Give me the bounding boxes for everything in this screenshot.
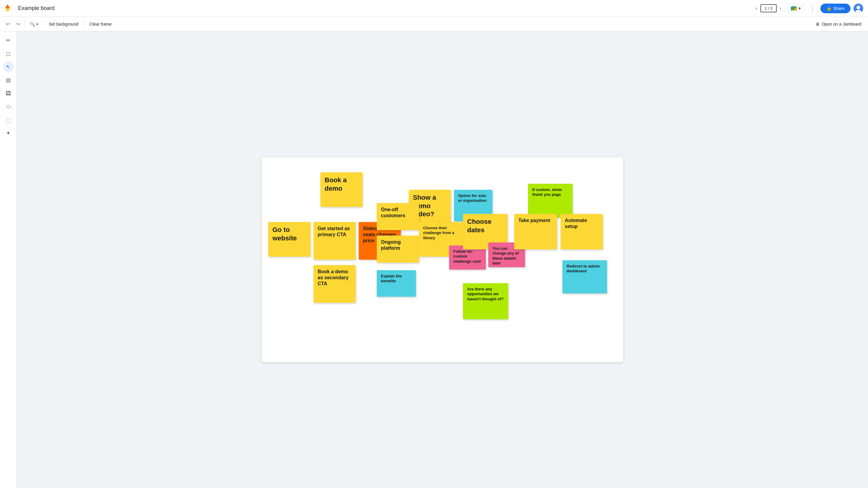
note-take-payment[interactable]: Take payment: [514, 214, 557, 250]
canvas-area[interactable]: Book a demo Show a demo video? Option fo…: [17, 31, 868, 488]
meet-button[interactable]: ▾: [787, 4, 805, 13]
more-options-button[interactable]: ⋮: [808, 3, 817, 14]
board-title: Example board: [18, 5, 750, 11]
image-tool-button[interactable]: 🖼: [3, 88, 14, 99]
note-book-demo-secondary[interactable]: Book a demo as secondary CTA: [313, 265, 355, 303]
monitor-icon: 🖥: [815, 22, 820, 27]
select-tool-button[interactable]: ↖: [3, 61, 14, 72]
lock-icon: 🔒: [827, 6, 832, 11]
page-indicator[interactable]: 1 / 3: [761, 4, 776, 12]
toolbar-divider-3: [84, 21, 84, 28]
note-one-off[interactable]: One-off customers: [377, 203, 419, 230]
zoom-arrow: ▾: [36, 22, 38, 27]
sticky-note-tool-button[interactable]: ▤: [3, 75, 14, 86]
toolbar-divider-2: [43, 21, 43, 28]
main-area: ✏ ◻ ↖ ▤ 🖼 ⬭ ⬚ ✦ Book a demo Show a demo …: [0, 31, 868, 488]
note-go-to-website[interactable]: Go to website: [268, 222, 310, 257]
note-ongoing-platform[interactable]: Ongoing platform: [377, 235, 419, 263]
note-if-custom[interactable]: If custom, show thank you page: [528, 184, 572, 218]
prev-page-button[interactable]: ‹: [754, 3, 759, 13]
pen-tool-button[interactable]: ✏: [3, 35, 14, 46]
open-jamboard-button[interactable]: 🖥 Open on a Jamboard: [812, 20, 864, 28]
avatar: [854, 4, 863, 13]
laser-tool-button[interactable]: ✦: [3, 128, 14, 138]
secondary-toolbar: ↩ ↪ 🔍 ▾ Set background Clear frame 🖥 Ope…: [0, 17, 868, 31]
toolbar-divider-1: [25, 21, 25, 28]
top-bar: Example board ‹ 1 / 3 › ▾ ⋮ 🔒 Share: [0, 0, 868, 17]
svg-rect-1: [6, 8, 9, 11]
side-toolbar: ✏ ◻ ↖ ▤ 🖼 ⬭ ⬚ ✦: [0, 31, 17, 488]
note-redirect-admin[interactable]: Redirect to admin dashboard: [562, 260, 607, 293]
note-opportunities[interactable]: Are there any opportunities we haven't t…: [463, 283, 508, 319]
redo-button[interactable]: ↪: [13, 19, 22, 29]
clear-frame-button[interactable]: Clear frame: [87, 20, 115, 28]
zoom-icon: 🔍: [30, 22, 35, 27]
app-logo: [5, 3, 14, 14]
svg-point-4: [857, 6, 860, 9]
next-page-button[interactable]: ›: [778, 3, 783, 13]
open-jamboard-label: Open on a Jamboard: [822, 22, 861, 27]
share-button[interactable]: 🔒 Share: [820, 4, 850, 13]
note-get-started[interactable]: Get started as primary CTA: [313, 222, 355, 260]
nav-controls: ‹ 1 / 3 ›: [754, 3, 783, 13]
meet-label: ▾: [799, 6, 801, 10]
undo-button[interactable]: ↩: [4, 19, 12, 29]
note-automate-setup[interactable]: Automate setup: [561, 214, 603, 250]
frame-tool-button[interactable]: ⬚: [3, 115, 14, 125]
set-background-button[interactable]: Set background: [46, 20, 82, 28]
note-book-demo[interactable]: Book a demo: [320, 172, 363, 207]
note-explain-benefits[interactable]: Explain the benefits: [377, 270, 416, 297]
top-right: ▾ ⋮ 🔒 Share: [787, 3, 863, 14]
share-label: Share: [833, 6, 844, 11]
eraser-tool-button[interactable]: ◻: [3, 48, 14, 59]
canvas-board: Book a demo Show a demo video? Option fo…: [261, 157, 623, 362]
shape-tool-button[interactable]: ⬭: [3, 101, 14, 112]
meet-icon: [791, 6, 797, 10]
zoom-button[interactable]: 🔍 ▾: [27, 21, 41, 28]
